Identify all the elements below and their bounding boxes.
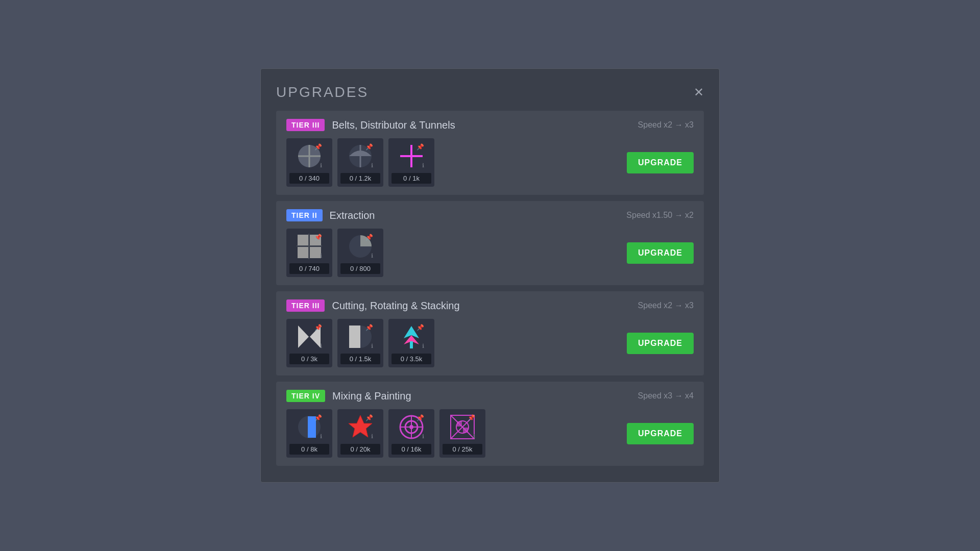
svg-marker-15 bbox=[298, 325, 309, 348]
complex-icon: 📌 ℹ bbox=[449, 413, 476, 441]
items-and-btn: 📌 ℹ 0 / 8k 📌 bbox=[286, 409, 694, 458]
tunnel-icon: 📌 ℹ bbox=[398, 142, 425, 170]
row-title: Extraction bbox=[330, 210, 375, 221]
row-header: TIER IV Mixing & Painting Speed x3 → x4 bbox=[286, 390, 694, 402]
tier-badge: TIER II bbox=[286, 209, 323, 221]
info-icon: ℹ bbox=[422, 343, 424, 349]
row-header: TIER II Extraction Speed x1.50 → x2 bbox=[286, 209, 694, 221]
upgrade-button[interactable]: UPGRADE bbox=[627, 152, 694, 173]
items-list: 📌 ℹ 0 / 8k 📌 bbox=[286, 409, 621, 458]
list-item: 📌 ℹ 0 / 1.2k bbox=[337, 138, 383, 187]
item-count: 0 / 800 bbox=[340, 263, 380, 274]
list-item: 📌 ℹ 0 / 740 bbox=[286, 229, 332, 277]
row-title: Belts, Distributor & Tunnels bbox=[332, 119, 455, 131]
upgrade-row-belts: TIER III Belts, Distributor & Tunnels Sp… bbox=[276, 111, 704, 195]
pin-icon: 📌 bbox=[416, 324, 424, 331]
info-icon: ℹ bbox=[320, 162, 322, 169]
svg-rect-35 bbox=[457, 421, 462, 427]
row-header: TIER III Belts, Distributor & Tunnels Sp… bbox=[286, 119, 694, 131]
item-count: 0 / 8k bbox=[289, 444, 329, 455]
belt-icon: 📌 ℹ bbox=[296, 142, 323, 170]
item-count: 0 / 1k bbox=[391, 173, 431, 184]
pin-icon: 📌 bbox=[365, 143, 373, 151]
list-item: 📌 ℹ 0 / 800 bbox=[337, 229, 383, 277]
svg-rect-36 bbox=[463, 428, 468, 433]
info-icon: ℹ bbox=[473, 433, 475, 440]
upgrade-button[interactable]: UPGRADE bbox=[627, 423, 694, 444]
extractor-grid-icon: 📌 ℹ bbox=[296, 233, 323, 260]
items-list: 📌 ℹ 0 / 340 📌 bbox=[286, 138, 621, 187]
upgrade-row-cutting: TIER III Cutting, Rotating & Stacking Sp… bbox=[276, 291, 704, 375]
row-speed: Speed x2 → x3 bbox=[638, 120, 694, 130]
item-count: 0 / 3.5k bbox=[391, 354, 431, 364]
row-speed: Speed x2 → x3 bbox=[638, 301, 694, 310]
item-count: 0 / 3k bbox=[289, 354, 329, 364]
items-list: 📌 ℹ 0 / 740 bbox=[286, 229, 621, 277]
pin-icon: 📌 bbox=[314, 234, 322, 241]
list-item: 📌 ℹ 0 / 16k bbox=[388, 409, 434, 458]
info-icon: ℹ bbox=[422, 433, 424, 440]
item-count: 0 / 25k bbox=[443, 444, 482, 455]
item-count: 0 / 340 bbox=[289, 173, 329, 184]
mixer-icon: 📌 ℹ bbox=[296, 413, 323, 441]
cutter-icon: 📌 ℹ bbox=[296, 323, 323, 350]
info-icon: ℹ bbox=[320, 253, 322, 259]
upgrade-row-extraction: TIER II Extraction Speed x1.50 → x2 📌 bbox=[276, 201, 704, 285]
svg-rect-11 bbox=[310, 247, 321, 258]
upgrade-row-mixing: TIER IV Mixing & Painting Speed x3 → x4 … bbox=[276, 382, 704, 466]
svg-rect-21 bbox=[410, 341, 413, 348]
items-and-btn: 📌 ℹ 0 / 3k 📌 bbox=[286, 319, 694, 367]
rotator-icon: 📌 ℹ bbox=[347, 323, 374, 350]
pin-icon: 📌 bbox=[314, 324, 322, 331]
info-icon: ℹ bbox=[422, 162, 424, 169]
list-item: 📌 ℹ 0 / 20k bbox=[337, 409, 383, 458]
row-title: Mixing & Painting bbox=[332, 390, 411, 402]
pin-icon: 📌 bbox=[416, 143, 424, 151]
item-count: 0 / 1.5k bbox=[340, 354, 380, 364]
items-and-btn: 📌 ℹ 0 / 740 bbox=[286, 229, 694, 277]
item-count: 0 / 20k bbox=[340, 444, 380, 455]
row-header: TIER III Cutting, Rotating & Stacking Sp… bbox=[286, 299, 694, 312]
svg-rect-18 bbox=[349, 325, 360, 348]
painter-icon: 📌 ℹ bbox=[347, 413, 374, 441]
list-item: 📌 ℹ 0 / 1.5k bbox=[337, 319, 383, 367]
list-item: 📌 ℹ 0 / 3k bbox=[286, 319, 332, 367]
modal-title: UPGRADES bbox=[276, 84, 369, 101]
color-producer-icon: 📌 ℹ bbox=[398, 413, 425, 441]
tier-badge: TIER III bbox=[286, 299, 325, 312]
list-item: 📌 ℹ 0 / 8k bbox=[286, 409, 332, 458]
item-count: 0 / 1.2k bbox=[340, 173, 380, 184]
distributor-icon: 📌 ℹ bbox=[347, 142, 374, 170]
upgrades-modal: UPGRADES ✕ TIER III Belts, Distributor &… bbox=[260, 68, 720, 483]
pin-icon: 📌 bbox=[365, 234, 373, 241]
info-icon: ℹ bbox=[371, 162, 373, 169]
row-speed: Speed x3 → x4 bbox=[638, 391, 694, 400]
items-list: 📌 ℹ 0 / 3k 📌 bbox=[286, 319, 621, 367]
info-icon: ℹ bbox=[371, 343, 373, 349]
upgrade-button[interactable]: UPGRADE bbox=[627, 242, 694, 264]
pin-icon: 📌 bbox=[365, 414, 373, 421]
svg-rect-8 bbox=[298, 235, 309, 246]
info-icon: ℹ bbox=[320, 433, 322, 440]
extractor-pie-icon: 📌 ℹ bbox=[347, 233, 374, 260]
info-icon: ℹ bbox=[371, 253, 373, 259]
item-count: 0 / 740 bbox=[289, 263, 329, 274]
list-item: 📌 ℹ 0 / 3.5k bbox=[388, 319, 434, 367]
list-item: 📌 ℹ 0 / 340 bbox=[286, 138, 332, 187]
pin-icon: 📌 bbox=[468, 414, 475, 421]
svg-rect-10 bbox=[298, 247, 309, 258]
pin-icon: 📌 bbox=[314, 143, 322, 151]
stacker-icon: 📌 ℹ bbox=[398, 323, 425, 350]
info-icon: ℹ bbox=[320, 343, 322, 349]
upgrade-button[interactable]: UPGRADE bbox=[627, 333, 694, 354]
close-button[interactable]: ✕ bbox=[694, 86, 704, 98]
row-speed: Speed x1.50 → x2 bbox=[626, 211, 694, 220]
info-icon: ℹ bbox=[371, 433, 373, 440]
pin-icon: 📌 bbox=[314, 414, 322, 421]
items-and-btn: 📌 ℹ 0 / 340 📌 bbox=[286, 138, 694, 187]
list-item: 📌 ℹ 0 / 25k bbox=[439, 409, 485, 458]
pin-icon: 📌 bbox=[365, 324, 373, 331]
pin-icon: 📌 bbox=[416, 414, 424, 421]
list-item: 📌 ℹ 0 / 1k bbox=[388, 138, 434, 187]
item-count: 0 / 16k bbox=[391, 444, 431, 455]
